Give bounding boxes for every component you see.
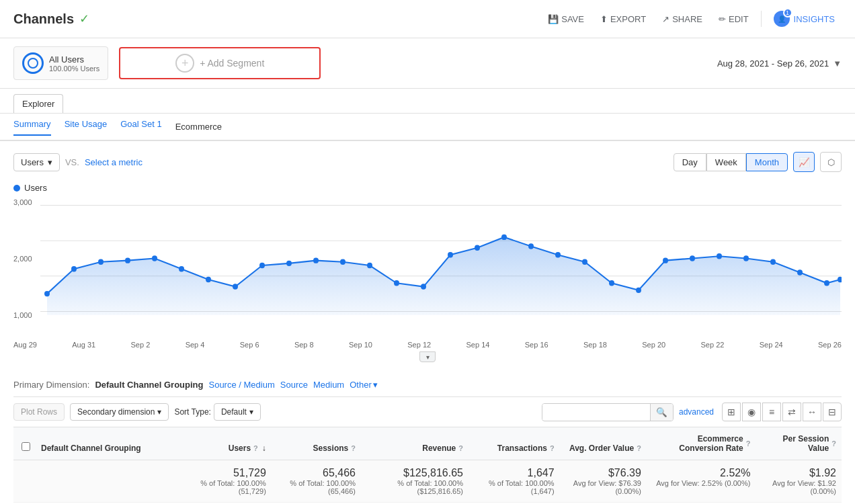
table-toolbar: Plot Rows Secondary dimension ▾ Sort Typ… <box>13 396 842 427</box>
week-button[interactable]: Week <box>706 153 746 171</box>
total-per-session: $1.92 Avg for View: $1.92 (0.00%) <box>756 460 842 503</box>
secondary-dimension-select[interactable]: Secondary dimension ▾ <box>70 403 169 421</box>
table-toolbar-right: 🔍 advanced ⊞ ◉ ≡ ⇄ ↔ ⊟ <box>542 403 842 421</box>
th-transactions: Transactions ? <box>469 427 560 460</box>
add-segment-button[interactable]: + + Add Segment <box>119 47 321 79</box>
data-table: Default Channel Grouping Users ? ↓ Sessi… <box>13 427 842 504</box>
verified-icon: ✓ <box>79 11 89 26</box>
sub-tabs: Summary Site Usage Goal Set 1 Ecommerce <box>0 114 855 141</box>
conv-rate-help-icon[interactable]: ? <box>746 439 751 448</box>
total-transactions: 1,647 % of Total: 100.00% (1,647) <box>469 460 560 503</box>
search-box: 🔍 <box>542 403 674 421</box>
medium-link[interactable]: Medium <box>313 380 344 390</box>
legend-label: Users <box>24 183 47 193</box>
y-axis-labels: 3,000 2,000 1,000 <box>13 198 38 333</box>
sort-type-row: Sort Type: Default ▾ <box>174 403 261 421</box>
primary-dim-active: Default Channel Grouping <box>95 380 203 390</box>
insights-avatar: 👤 1 <box>774 11 790 27</box>
svg-point-31 <box>770 259 776 265</box>
svg-point-29 <box>717 253 722 259</box>
svg-point-18 <box>421 284 426 289</box>
y-label-3000: 3,000 <box>13 198 32 206</box>
other-dropdown[interactable]: Other ▾ <box>350 380 378 390</box>
total-row: 51,729 % of Total: 100.00% (51,729) 65,4… <box>13 460 842 503</box>
tab-site-usage[interactable]: Site Usage <box>65 119 108 134</box>
source-link[interactable]: Source <box>280 380 308 390</box>
tab-goal-set[interactable]: Goal Set 1 <box>120 119 161 134</box>
line-chart-button[interactable]: 📈 <box>793 152 815 172</box>
th-conv-rate: Ecommerce Conversion Rate ? <box>647 427 756 460</box>
search-input[interactable] <box>542 404 650 420</box>
pivot-view-button[interactable]: ⊟ <box>823 403 842 421</box>
sort-arrow: ▾ <box>249 407 253 417</box>
expand-button[interactable]: ▾ <box>419 351 436 362</box>
advanced-link[interactable]: advanced <box>679 407 714 417</box>
svg-point-20 <box>475 245 480 250</box>
chart-controls: Users ▾ VS. Select a metric Day Week Mon… <box>13 152 842 172</box>
avg-order-help-icon[interactable]: ? <box>637 444 641 452</box>
svg-point-26 <box>636 288 641 293</box>
pie-chart-button[interactable]: ⬡ <box>820 152 842 172</box>
svg-point-13 <box>286 261 292 266</box>
per-session-help-icon[interactable]: ? <box>831 439 836 448</box>
primary-dimension-row: Primary Dimension: Default Channel Group… <box>13 373 842 396</box>
explorer-tab[interactable]: Explorer <box>13 94 63 113</box>
select-all-checkbox[interactable] <box>22 442 30 451</box>
share-button[interactable]: ↗ SHARE <box>655 10 709 28</box>
svg-point-17 <box>394 280 399 286</box>
save-button[interactable]: 💾 SAVE <box>541 10 591 28</box>
compare-view-button[interactable]: ⇄ <box>782 403 801 421</box>
export-button[interactable]: ⬆ EXPORT <box>594 10 653 28</box>
table-section: Primary Dimension: Default Channel Group… <box>0 373 855 504</box>
svg-point-7 <box>125 257 130 263</box>
transactions-help-icon[interactable]: ? <box>550 444 555 452</box>
svg-point-28 <box>690 255 695 261</box>
bar-view-button[interactable]: ≡ <box>762 403 781 421</box>
save-icon: 💾 <box>548 14 559 24</box>
sort-select[interactable]: Default ▾ <box>214 403 261 421</box>
total-check <box>13 460 36 503</box>
svg-point-5 <box>71 266 77 271</box>
y-label-2000: 2,000 <box>13 255 32 263</box>
edit-icon: ✏ <box>719 14 726 24</box>
line-chart-icon: 📈 <box>799 157 810 167</box>
svg-point-10 <box>206 277 211 282</box>
insights-button[interactable]: 👤 1 INSIGHTS <box>767 7 842 31</box>
source-medium-link[interactable]: Source / Medium <box>208 380 274 390</box>
svg-point-24 <box>582 259 587 265</box>
segment-icon <box>22 52 44 74</box>
svg-point-15 <box>340 259 345 265</box>
day-button[interactable]: Day <box>674 153 706 171</box>
tab-summary[interactable]: Summary <box>13 119 51 136</box>
chart-expand: ▾ <box>13 351 842 362</box>
th-users: Users ? ↓ <box>184 427 272 460</box>
share-icon: ↗ <box>662 14 669 24</box>
svg-point-19 <box>448 252 453 257</box>
add-segment-icon: + <box>175 54 194 73</box>
chart-container: 3,000 2,000 1,000 <box>13 198 842 333</box>
users-sort-icon[interactable]: ↓ <box>262 444 266 453</box>
svg-point-21 <box>501 235 507 240</box>
sessions-help-icon[interactable]: ? <box>351 444 356 452</box>
export-icon: ⬆ <box>600 14 608 24</box>
svg-point-4 <box>44 291 50 296</box>
month-button[interactable]: Month <box>746 153 788 171</box>
svg-point-14 <box>313 257 319 263</box>
date-range[interactable]: Aug 28, 2021 - Sep 26, 2021 ▼ <box>717 58 842 69</box>
segment-sub: 100.00% Users <box>49 65 99 73</box>
svg-point-32 <box>797 269 803 275</box>
svg-point-25 <box>609 280 614 286</box>
grid-view-button[interactable]: ⊞ <box>722 403 741 421</box>
all-users-segment[interactable]: All Users 100.00% Users <box>13 46 108 80</box>
vs-label: VS. <box>65 157 79 167</box>
edit-button[interactable]: ✏ EDIT <box>712 10 756 28</box>
metric-selector[interactable]: Users ▾ <box>13 153 60 171</box>
users-help-icon[interactable]: ? <box>253 444 258 452</box>
tab-ecommerce[interactable]: Ecommerce <box>175 122 222 132</box>
revenue-help-icon[interactable]: ? <box>458 444 463 452</box>
search-button[interactable]: 🔍 <box>650 404 673 421</box>
select-metric[interactable]: Select a metric <box>85 157 142 167</box>
scatter-view-button[interactable]: ↔ <box>803 403 821 421</box>
pie-view-button[interactable]: ◉ <box>742 403 761 421</box>
total-users: 51,729 % of Total: 100.00% (51,729) <box>184 460 272 503</box>
